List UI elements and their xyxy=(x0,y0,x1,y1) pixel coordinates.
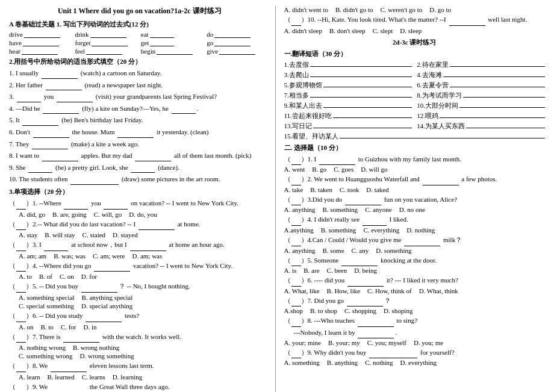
q2-2: 2. Her father (read) a newspaper last ni… xyxy=(9,80,270,91)
word-drink: drink xyxy=(75,31,138,38)
sq4b-choices: A. anythingB. someC. anyD. something xyxy=(284,247,546,254)
word-have: have xyxy=(9,39,72,46)
t-item-5: 5.参观博物馆 xyxy=(284,81,412,90)
q3-7-text: （ ）7. There is with the watch. It works … xyxy=(9,332,270,343)
sq4a-text: （ ）4. I didn't really see I liked. xyxy=(284,214,546,226)
t-item-14: 14.为某人买东西 xyxy=(417,122,545,131)
t-item-8: 8.为考试而学习 xyxy=(417,91,545,100)
sq7-text: （ ）7. Did you go ？ xyxy=(284,296,546,307)
q3-9-choices: A. didn't went toB. didn't go toC. weren… xyxy=(284,6,546,13)
t-item-1: 1.去度假 xyxy=(284,60,412,69)
left-column: Unit 1 Where did you go on vacation?1a-2… xyxy=(9,6,276,392)
q3-9-text: （ ）9. We the Great Wall three days ago. xyxy=(9,382,270,392)
q3-1-choices: A. did, goB. are, goingC. will, goD. do,… xyxy=(19,211,270,218)
sq5-text: （ ）5. Someone knocking at the door. xyxy=(284,255,546,267)
word-go: go xyxy=(207,39,270,46)
t-item-10: 10.大部分时间 xyxy=(417,101,545,110)
sq2-text: （ ）2. We went to Huangguoshu Waterfall a… xyxy=(284,174,546,185)
subtitle-2d3c: 2d-3c 课时练习 xyxy=(284,38,546,47)
q3-6-text: （ ）6. -- Did you study tests? xyxy=(9,311,270,322)
select-header: 二. 选择题（10 分） xyxy=(284,143,546,152)
q3-10-text: （ ）10. --Hi, Kate. You look tired. What'… xyxy=(284,14,546,26)
sq2-choices: A. takeB. takenC. tookD. taked xyxy=(284,186,546,193)
t-item-12: 12.喂鸡 xyxy=(417,111,545,120)
q2-9: 9. She (be) a pretty girl. Look, she (da… xyxy=(9,163,270,173)
sq9-text: （ ）9. Why didn't you buy for yourself? xyxy=(284,347,546,359)
q3-5-text: （ ）5. -- Did you buy ？ -- No, I bought n… xyxy=(9,281,270,293)
vocab-grid: drive drink eat do have forget get go he… xyxy=(9,31,270,55)
q2-6: 6. Don't the house. Mum it yesterday. (c… xyxy=(9,127,270,138)
t-item-9: 9.和某人出去 xyxy=(284,101,412,110)
translation-header: 一.翻译短语（30 分） xyxy=(284,49,546,58)
sq8-choices: A. your; mineB. your; myC. you; myselfD.… xyxy=(284,339,546,346)
t-item-6: 6.去夏令营 xyxy=(417,81,545,90)
q2-1: 1. I usually (watch) a cartoon on Saturd… xyxy=(9,68,270,79)
section-3-header: 3.单项选择（20 分） xyxy=(9,187,270,196)
q3-1-text: （ ）1. --Where you on vacation? -- I went… xyxy=(9,198,270,210)
q2-10: 10. The students often (draw) some pictu… xyxy=(9,174,270,185)
sq8-text2: ---Nobody, I learn it by . xyxy=(294,328,546,338)
q3-4-text: （ ）4. --Where did you go vacation? -- I … xyxy=(9,261,270,272)
sq4b-text: （ ）4.Can / Could / Would you give me mil… xyxy=(284,235,546,246)
word-get: get xyxy=(141,39,204,46)
t-item-15: 15.看望、拜访某人 xyxy=(284,132,546,141)
q3-7-choices2: C. something wrongD. wrong something xyxy=(19,352,270,359)
q3-8-choices: A. learnB. learnedC. learnsD. learning xyxy=(19,373,270,381)
t-item-13: 13.写日记 xyxy=(284,122,412,131)
sq1-choices: A. wentB. goC. goesD. will go xyxy=(284,166,546,173)
q3-2-choices: A. stayB. will stayC. staiedD. stayed xyxy=(19,231,270,238)
sq4a-choices: A.anythingB. somethingC. everythingD. no… xyxy=(284,226,546,234)
q2-3: 3. you (visit) your grandparents last Sp… xyxy=(9,92,270,102)
sq3-choices: A. anythingB. somethingC. anyoneD. no on… xyxy=(284,206,546,213)
q3-8-text: （ ）8. We eleven lessons last term. xyxy=(9,361,270,372)
word-forget: forget xyxy=(75,39,138,46)
sq7-choices: A.shopB. to shopC. shoppingD. shoping xyxy=(284,307,546,314)
sq5-choices: A. isB. areC. beenD. being xyxy=(284,267,546,274)
q3-6-choices: A. onB. toC. forD. in xyxy=(19,323,270,331)
q3-5-choices2: C. special somethingD. special anything xyxy=(19,302,270,310)
section-2-header: 2.用括号中所给动词的适当形式填空（20 分） xyxy=(9,57,270,66)
q3-3-text: （ ）3. I at school now，but I at home an h… xyxy=(9,240,270,251)
t-item-4: 4.去海滩 xyxy=(417,70,545,79)
t-item-7: 7.相当多 xyxy=(284,91,412,100)
right-column: A. didn't went toB. didn't go toC. weren… xyxy=(282,6,546,392)
q3-10-choices: A. didn't sleepB. don't sleepC. sleptD. … xyxy=(284,27,546,34)
q2-7: 7. They (make) a kite a week ago. xyxy=(9,139,270,150)
section-a-header: A 卷基础过关题 1. 写出下列动词的过去式(12 分) xyxy=(9,20,270,29)
q3-5-choices: A. something specialB. anything special xyxy=(19,294,270,301)
translation-grid: 1.去度假 2.待在家里 3.去爬山 4.去海滩 5.参观博物馆 6.去夏令营 … xyxy=(284,60,546,131)
sq6-choices: A. What, likeB. How, likeC. How, think o… xyxy=(284,287,546,294)
page-title: Unit 1 Where did you go on vacation?1a-2… xyxy=(9,6,270,16)
q3-2-text: （ ）2.-- What did you do last vacation? -… xyxy=(9,219,270,231)
sq6-text: （ ）6. ---- did you it? --- I liked it ve… xyxy=(284,275,546,287)
word-begin: begin xyxy=(141,48,204,55)
q2-8: 8. I want to apples. But my dad all of t… xyxy=(9,151,270,161)
sq9-choices: A. somethingB. anythingC. nothingD. ever… xyxy=(284,359,546,366)
word-feel: feel xyxy=(75,48,138,55)
word-eat: eat xyxy=(141,31,204,38)
q3-3-choices: A. am; amB. was; wasC. am; wereD. am; wa… xyxy=(19,252,270,260)
sq8-text: （ ）8. ---Who teaches to sing? xyxy=(284,316,546,327)
q2-4: 4. —Did he (fly) a kite on Sunday?—Yes, … xyxy=(9,104,270,114)
t-item-2: 2.待在家里 xyxy=(417,60,545,69)
t-item-11: 11.尝起来很好吃 xyxy=(284,111,412,120)
q2-5: 5. It (be) Ben's birthday last Friday. xyxy=(9,115,270,126)
word-do: do xyxy=(207,31,270,38)
sq3-text: （ ）3.Did you do fun on you vacation, Ali… xyxy=(284,194,546,206)
word-hear: hear xyxy=(9,48,72,55)
word-give: give xyxy=(207,48,270,55)
q3-4-choices: A. toB. ofC. onD. for xyxy=(19,273,270,280)
sq1-text: （ ）1. I to Guizhou with my family last m… xyxy=(284,154,546,166)
word-drive: drive xyxy=(9,31,72,38)
q3-7-choices: A. nothing wrongB. wrong nothing xyxy=(19,344,270,351)
t-item-3: 3.去爬山 xyxy=(284,70,412,79)
